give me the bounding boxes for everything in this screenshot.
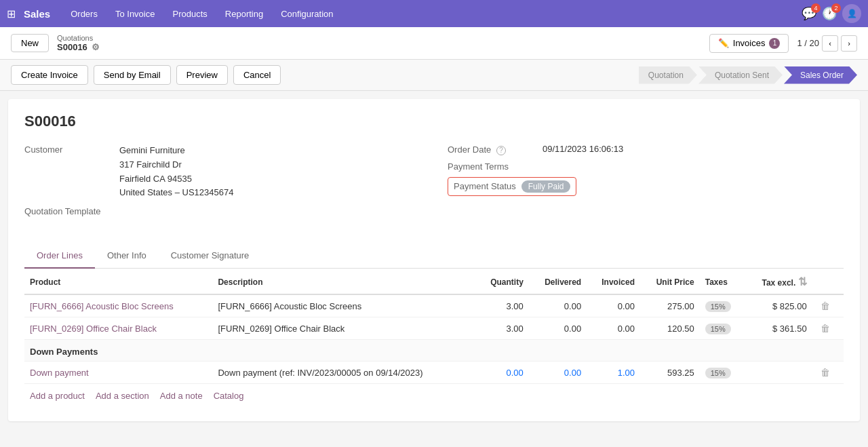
add-note-link[interactable]: Add a note: [160, 391, 203, 401]
breadcrumb-current: S00016: [57, 42, 87, 52]
unit-price-1: 275.00: [640, 294, 700, 317]
add-row-actions: Add a product Add a section Add a note C…: [24, 384, 844, 408]
payment-status-row: Payment Status Fully Paid: [448, 177, 844, 196]
order-form: Customer Gemini Furniture 317 Fairchild …: [24, 144, 844, 230]
down-payment-invoiced: 1.00: [587, 362, 640, 384]
payment-status-label: Payment Status: [454, 181, 516, 191]
catalog-link[interactable]: Catalog: [214, 391, 244, 401]
menu-to-invoice[interactable]: To Invoice: [108, 6, 162, 22]
topnav-right: 💬 4 🕐 2 👤: [802, 4, 861, 23]
taxes-2: 15%: [700, 317, 745, 340]
preview-button[interactable]: Preview: [176, 65, 228, 85]
down-payment-tax-excl: [745, 362, 812, 384]
down-payment-product[interactable]: Down payment: [30, 368, 89, 378]
app-name[interactable]: Sales: [24, 8, 50, 20]
delete-row-2-button[interactable]: 🗑: [818, 322, 833, 335]
quotation-template-row: Quotation Template: [24, 206, 420, 216]
next-page-button[interactable]: ›: [841, 35, 857, 52]
status-sales-order[interactable]: Sales Order: [784, 66, 857, 84]
tax-excl-1: $ 825.00: [745, 294, 812, 317]
reorder-columns-icon[interactable]: ⇅: [798, 276, 807, 288]
top-navigation: ⊞ Sales Orders To Invoice Products Repor…: [0, 0, 868, 27]
order-date-label: Order Date ?: [448, 144, 536, 155]
col-tax-excl: Tax excl. ⇅: [745, 269, 812, 294]
add-section-link[interactable]: Add a section: [96, 391, 149, 401]
col-unit-price: Unit Price: [640, 269, 700, 294]
payment-terms-label: Payment Terms: [448, 161, 536, 172]
order-date-help-icon[interactable]: ?: [496, 146, 506, 155]
tab-other-info[interactable]: Other Info: [95, 244, 159, 269]
col-invoiced: Invoiced: [587, 269, 640, 294]
menu-orders[interactable]: Orders: [64, 6, 104, 22]
user-avatar[interactable]: 👤: [842, 4, 861, 23]
cancel-button[interactable]: Cancel: [233, 65, 281, 85]
main-menu: Orders To Invoice Products Reporting Con…: [64, 6, 802, 22]
down-payment-quantity: 0.00: [475, 362, 529, 384]
customer-country: United States – US12345674: [119, 186, 233, 200]
table-row: [FURN_6666] Acoustic Bloc Screens [FURN_…: [24, 294, 844, 317]
new-button[interactable]: New: [11, 34, 49, 52]
unit-price-2: 120.50: [640, 317, 700, 340]
customer-details: Gemini Furniture 317 Fairchild Dr Fairfi…: [119, 144, 233, 200]
tabs: Order Lines Other Info Customer Signatur…: [24, 244, 844, 269]
product-link-2[interactable]: [FURN_0269] Office Chair Black: [30, 324, 157, 334]
status-quotation-sent[interactable]: Quotation Sent: [698, 66, 783, 84]
down-payments-section: Down Payments: [24, 340, 844, 362]
quantity-2: 3.00: [475, 317, 529, 340]
col-delivered: Delivered: [529, 269, 587, 294]
customer-row: Customer Gemini Furniture 317 Fairchild …: [24, 144, 420, 200]
delete-row-1-button[interactable]: 🗑: [818, 299, 833, 313]
table-row: [FURN_0269] Office Chair Black [FURN_026…: [24, 317, 844, 340]
invoices-button[interactable]: ✏️ Invoices 1: [709, 34, 789, 53]
delivered-2: 0.00: [529, 317, 587, 340]
add-product-link[interactable]: Add a product: [30, 391, 85, 401]
activities-badge: 2: [831, 3, 841, 13]
col-taxes: Taxes: [700, 269, 745, 294]
pagination: 1 / 20 ‹ ›: [797, 35, 857, 52]
customer-label: Customer: [24, 144, 113, 155]
col-product: Product: [24, 269, 212, 294]
customer-city: Fairfield CA 94535: [119, 172, 233, 187]
order-date-value: 09/11/2023 16:06:13: [542, 144, 623, 154]
down-payment-unit-price: 593.25: [640, 362, 700, 384]
invoices-label: Invoices: [733, 38, 766, 48]
messages-icon[interactable]: 💬 4: [802, 6, 816, 21]
invoiced-2: 0.00: [587, 317, 640, 340]
sub-header: New Quotations S00016 ⚙ ✏️ Invoices 1 1 …: [0, 27, 868, 60]
menu-products[interactable]: Products: [165, 6, 214, 22]
tab-order-lines[interactable]: Order Lines: [24, 244, 95, 269]
breadcrumb-parent[interactable]: Quotations: [57, 34, 701, 42]
form-right: Order Date ? 09/11/2023 16:06:13 Payment…: [448, 144, 844, 230]
invoices-count: 1: [769, 38, 780, 49]
invoiced-1: 0.00: [587, 294, 640, 317]
payment-terms-row: Payment Terms: [448, 161, 844, 172]
down-payment-delivered: 0.00: [529, 362, 587, 384]
main-content: S00016 Customer Gemini Furniture 317 Fai…: [8, 99, 860, 421]
send-by-email-button[interactable]: Send by Email: [94, 65, 171, 85]
form-left: Customer Gemini Furniture 317 Fairchild …: [24, 144, 420, 230]
customer-name[interactable]: Gemini Furniture: [119, 144, 233, 158]
settings-gear-icon[interactable]: ⚙: [92, 42, 100, 52]
col-actions: [812, 269, 844, 294]
prev-page-button[interactable]: ‹: [822, 35, 838, 52]
create-invoice-button[interactable]: Create Invoice: [11, 65, 88, 85]
action-bar: Create Invoice Send by Email Preview Can…: [0, 60, 868, 91]
tax-excl-2: $ 361.50: [745, 317, 812, 340]
delete-down-payment-button[interactable]: 🗑: [818, 366, 833, 379]
table-row: Down payment Down payment (ref: INV/2023…: [24, 362, 844, 384]
status-quotation[interactable]: Quotation: [639, 66, 697, 84]
order-table: Product Description Quantity Delivered I…: [24, 269, 844, 384]
taxes-1: 15%: [700, 294, 745, 317]
menu-configuration[interactable]: Configuration: [274, 6, 340, 22]
product-link-1[interactable]: [FURN_6666] Acoustic Bloc Screens: [30, 301, 174, 311]
menu-reporting[interactable]: Reporting: [218, 6, 270, 22]
grid-icon[interactable]: ⊞: [7, 7, 16, 20]
messages-badge: 4: [811, 3, 821, 13]
order-title: S00016: [24, 113, 844, 130]
col-description: Description: [212, 269, 475, 294]
activities-icon[interactable]: 🕐 2: [822, 6, 837, 21]
status-trail: Quotation Quotation Sent Sales Order: [639, 66, 857, 84]
down-payments-label: Down Payments: [24, 340, 844, 362]
down-payment-description: Down payment (ref: INV/2023/00005 on 09/…: [212, 362, 475, 384]
tab-customer-signature[interactable]: Customer Signature: [159, 244, 262, 269]
